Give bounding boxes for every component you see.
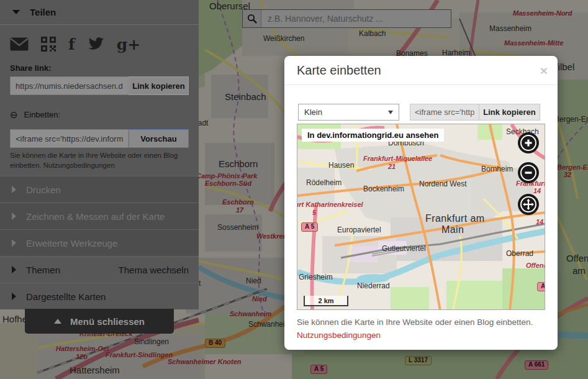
map-place-label: Frankfurt Katharinenkreisel	[297, 201, 363, 209]
map-place-label: Oberrad	[506, 250, 533, 258]
facebook-icon[interactable]: f	[68, 37, 75, 52]
embed-code-input-modal[interactable]	[410, 104, 479, 121]
share-panel-title: Teilen	[30, 7, 56, 17]
search-bar	[242, 9, 451, 28]
chevron-right-icon	[12, 266, 16, 273]
sidebar-menu: Drucken Zeichnen & Messen auf der Karte …	[0, 176, 199, 309]
map-place-label: Hausen	[328, 162, 354, 170]
twitter-icon[interactable]	[88, 37, 104, 51]
size-select[interactable]: Klein	[298, 104, 399, 121]
qr-code-icon[interactable]	[41, 37, 56, 52]
copy-link-button[interactable]: Link kopieren	[129, 76, 189, 95]
close-menu-button[interactable]: Menü schliessen	[25, 309, 174, 334]
map-place-label: 5	[312, 209, 316, 217]
googleplus-icon[interactable]: g+	[117, 37, 140, 52]
search-input[interactable]	[261, 10, 451, 27]
map-place-label: Main	[441, 225, 464, 235]
embed-toggle[interactable]: ⊖ Einbetten:	[10, 110, 189, 119]
move-arrows-icon	[520, 196, 536, 212]
copy-link-button-modal[interactable]: Link kopieren	[479, 104, 540, 121]
map-place-label: Gutleutviertel	[382, 245, 426, 253]
app-window: OberurselKalbachWeißkirchenBonamesHarhei…	[0, 0, 588, 379]
embed-controls-row: Klein Link kopieren	[298, 104, 540, 121]
sidebar-item-erweiterte-werkzeuge[interactable]: Erweiterte Werkzeuge	[0, 229, 199, 256]
sidebar-item-dargestellte-karten[interactable]: Dargestellte Karten	[0, 283, 199, 309]
pan-button[interactable]	[518, 194, 539, 215]
plus-icon	[520, 135, 536, 151]
zoom-out-button[interactable]	[518, 162, 539, 183]
terms-link[interactable]: Nutzungsbedingungen	[297, 331, 381, 340]
map-place-label: Frankfurt-Miquelallee	[363, 155, 432, 163]
preview-map-labels: SeckbachDornbuschHausenFrankfurt-Miquela…	[297, 124, 545, 309]
chevron-right-icon	[12, 239, 16, 247]
map-place-label: Offenba	[526, 262, 545, 270]
close-icon[interactable]: ×	[540, 64, 548, 77]
map-place-label: 14	[533, 188, 541, 195]
map-place-label: Niederrad	[357, 282, 390, 290]
embed-code-input[interactable]	[10, 129, 129, 148]
mail-icon[interactable]	[10, 37, 29, 51]
sidebar-item-zeichnen-messen[interactable]: Zeichnen & Messen auf der Karte	[0, 203, 199, 229]
dialog-header: Karte einbetten ×	[284, 56, 558, 85]
chevron-right-icon	[12, 293, 16, 300]
embed-map-dialog: Karte einbetten × Klein Link kopieren	[284, 56, 558, 350]
search-icon[interactable]	[243, 10, 261, 27]
thema-wechseln-link[interactable]: Thema wechseln	[119, 265, 189, 275]
embed-note: Sie können die Karte in Ihre Website ode…	[10, 151, 189, 170]
embed-label: Einbetten:	[24, 110, 61, 119]
map-place-label: Nordend West	[419, 180, 466, 188]
share-panel-header[interactable]: Teilen	[0, 0, 199, 25]
preview-button[interactable]: Vorschau	[129, 129, 189, 148]
chevron-up-icon	[54, 319, 61, 324]
map-place-label: 14	[536, 219, 543, 226]
zoom-in-button[interactable]	[518, 132, 539, 153]
preview-banner[interactable]: In dev.informationgrid.eu ansehen	[302, 129, 444, 142]
chevron-right-icon	[12, 186, 16, 193]
map-place-label: 21	[388, 163, 396, 171]
map-place-label: Bockenheim	[363, 185, 404, 193]
chevron-down-icon	[12, 10, 20, 14]
share-section: f g+ Share link: Link kopieren ⊖ Einbett…	[0, 35, 199, 170]
map-place-label: Frankfurt am	[425, 214, 485, 224]
share-link-label: Share link:	[10, 63, 189, 73]
collapse-circle-icon: ⊖	[10, 110, 18, 119]
road-badge: A 5	[301, 222, 318, 232]
scale-bar: 2 km	[304, 296, 348, 306]
map-place-label: Europaviertel	[337, 226, 381, 234]
dialog-title: Karte einbetten	[297, 63, 381, 78]
sidebar-item-themen[interactable]: Themen Thema wechseln	[0, 256, 199, 283]
road-badge: A	[537, 282, 545, 291]
map-place-label: Bornheim	[481, 165, 513, 173]
sidebar-item-drucken[interactable]: Drucken	[0, 176, 199, 203]
minus-icon	[520, 165, 536, 181]
map-place-label: Griesheim	[299, 273, 333, 281]
share-icons-row: f g+	[10, 35, 189, 53]
map-place-label: Rödelheim	[306, 179, 341, 187]
map-preview[interactable]: SeckbachDornbuschHausenFrankfurt-Miquela…	[297, 124, 545, 310]
share-link-input[interactable]	[10, 76, 129, 95]
select-arrow-icon	[388, 111, 393, 114]
chevron-right-icon	[12, 212, 16, 220]
share-sidebar: Teilen	[0, 0, 199, 309]
size-select-value: Klein	[304, 107, 322, 117]
modal-note: Sie können die Karte in Ihre Website ode…	[297, 317, 558, 327]
